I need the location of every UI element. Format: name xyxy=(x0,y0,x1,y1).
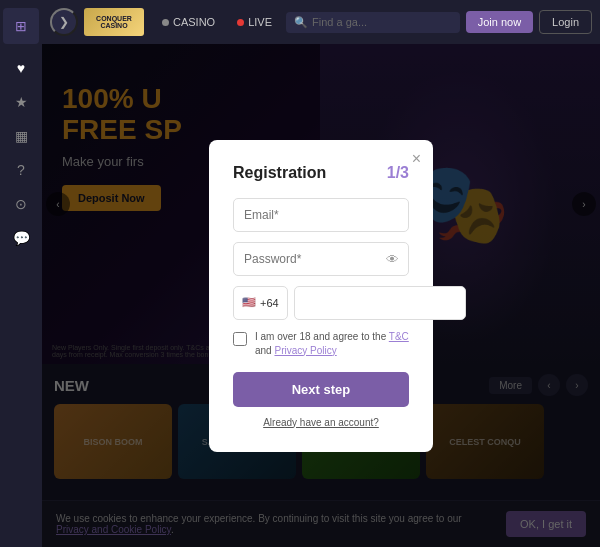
country-code-label: +64 xyxy=(260,297,279,309)
tc-link[interactable]: T&C xyxy=(389,331,409,342)
sidebar-item-favorites[interactable]: ★ xyxy=(7,88,35,116)
privacy-policy-link[interactable]: Privacy Policy xyxy=(274,345,336,356)
sidebar-logo[interactable]: ⊞ xyxy=(3,8,39,44)
sidebar-item-profile[interactable]: ⊙ xyxy=(7,190,35,218)
join-now-button[interactable]: Join now xyxy=(466,11,533,33)
live-nav-button[interactable]: LIVE xyxy=(229,12,280,32)
already-account-text: Already have an account? xyxy=(233,417,409,428)
flag-icon: 🇺🇸 xyxy=(242,296,256,309)
registration-modal: Registration 1/3 × 👁 🇺🇸 +64 I am over xyxy=(209,140,433,452)
live-nav-label: LIVE xyxy=(248,16,272,28)
agree-label: I am over 18 and agree to the T&C and Pr… xyxy=(255,330,409,358)
topnav: ❯ CONQUER CASINO CASINO LIVE 🔍 Join now … xyxy=(42,0,600,44)
live-dot-icon xyxy=(237,19,244,26)
modal-title: Registration xyxy=(233,164,326,182)
casino-nav-label: CASINO xyxy=(173,16,215,28)
search-icon: 🔍 xyxy=(294,16,308,29)
sidebar: ⊞ ♥ ★ ▦ ? ⊙ 💬 xyxy=(0,0,42,547)
casino-dot-icon xyxy=(162,19,169,26)
casino-logo-image: CONQUER CASINO xyxy=(84,8,144,36)
sidebar-item-chat[interactable]: 💬 xyxy=(7,224,35,252)
phone-input[interactable] xyxy=(294,286,466,320)
casino-logo: CONQUER CASINO xyxy=(84,8,144,36)
already-account-link[interactable]: Already have an account? xyxy=(263,417,379,428)
modal-overlay: Registration 1/3 × 👁 🇺🇸 +64 I am over xyxy=(42,44,600,547)
password-field-wrapper: 👁 xyxy=(233,242,409,276)
casino-nav-button[interactable]: CASINO xyxy=(154,12,223,32)
modal-step: 1/3 xyxy=(387,164,409,182)
modal-close-button[interactable]: × xyxy=(412,150,421,168)
login-button[interactable]: Login xyxy=(539,10,592,34)
apps-icon: ⊞ xyxy=(15,18,27,34)
email-input[interactable] xyxy=(233,198,409,232)
agree-checkbox-row: I am over 18 and agree to the T&C and Pr… xyxy=(233,330,409,358)
agree-checkbox[interactable] xyxy=(233,332,247,346)
next-step-button[interactable]: Next step xyxy=(233,372,409,407)
sidebar-item-games[interactable]: ▦ xyxy=(7,122,35,150)
main-content: 100% U FREE SP Make your firs Deposit No… xyxy=(42,44,600,547)
sidebar-item-home[interactable]: ♥ xyxy=(7,54,35,82)
modal-header: Registration 1/3 xyxy=(233,164,409,182)
search-bar[interactable]: 🔍 xyxy=(286,12,460,33)
country-code-selector[interactable]: 🇺🇸 +64 xyxy=(233,286,288,320)
password-input[interactable] xyxy=(233,242,409,276)
show-password-icon[interactable]: 👁 xyxy=(386,251,399,266)
phone-field-wrapper: 🇺🇸 +64 xyxy=(233,286,409,320)
nav-toggle-button[interactable]: ❯ xyxy=(50,8,78,36)
search-input[interactable] xyxy=(312,16,452,28)
sidebar-item-help[interactable]: ? xyxy=(7,156,35,184)
